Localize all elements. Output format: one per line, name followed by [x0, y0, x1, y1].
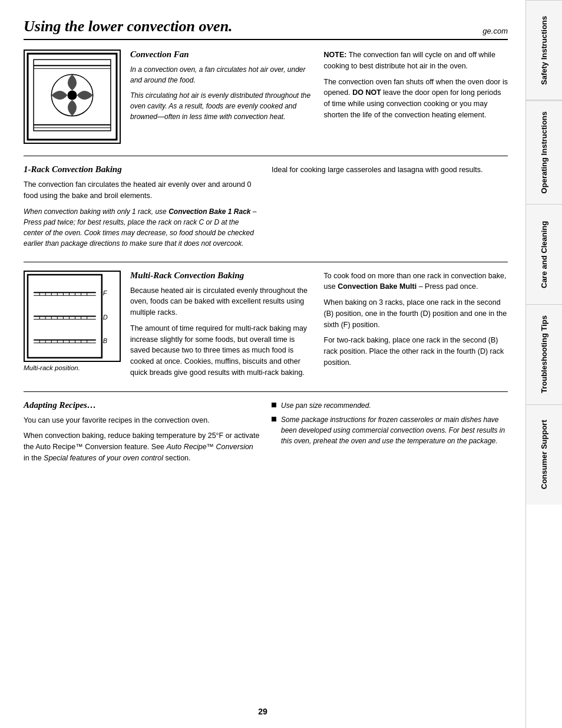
rack-baking-right: Ideal for cooking large casseroles and l…	[272, 164, 508, 253]
sidebar-label-operating: Operating Instructions	[540, 111, 548, 193]
main-content: Using the lower convection oven. ge.com	[0, 0, 525, 728]
convection-fan-right: NOTE: The convection fan will cycle on a…	[324, 50, 508, 147]
multi-rack-right: To cook food on more than one rack in co…	[324, 271, 508, 383]
adapting-italic2: Special features of your oven control	[44, 454, 163, 462]
svg-text:D: D	[103, 313, 108, 320]
adapting-left: Adapting Recipes… You can use your favor…	[24, 400, 260, 469]
multi-rack-right-para1: To cook food on more than one rack in co…	[324, 271, 508, 293]
multi-rack-oven-image: F D B	[24, 271, 121, 362]
right-sidebar: Safety Instructions Operating Instructio…	[525, 0, 562, 728]
rack-baking-section: 1-Rack Convection Baking The convection …	[24, 164, 508, 253]
multi-rack-left: Multi-Rack Convection Baking Because hea…	[130, 271, 315, 383]
rack-baking-right-para1: Ideal for cooking large casseroles and l…	[272, 164, 508, 176]
svg-text:F: F	[103, 289, 108, 297]
page-number: 29	[258, 707, 267, 716]
convection-fan-note: NOTE: The convection fan will cycle on a…	[324, 50, 508, 72]
sidebar-label-care: Care and Cleaning	[540, 221, 548, 288]
multi-rack-section: F D B Multi-rack position. Multi-Rack Co…	[24, 271, 508, 383]
convection-image-col	[24, 50, 121, 147]
convection-fan-door: The convection oven fan shuts off when t…	[324, 77, 508, 121]
sidebar-tab-safety[interactable]: Safety Instructions	[526, 0, 562, 100]
multi-rack-heading: Multi-Rack Convection Baking	[130, 271, 315, 281]
adapting-bullet1-text: Use pan size recommended.	[281, 400, 371, 411]
adapting-para2: When convection baking, reduce baking te…	[24, 430, 260, 463]
convection-fan-left: Convection Fan In a convection oven, a f…	[130, 50, 315, 147]
convection-fan-para1: In a convection oven, a fan circulates h…	[130, 64, 315, 85]
divider-2	[24, 262, 508, 262]
adapting-suffix: section.	[163, 454, 191, 462]
adapting-heading: Adapting Recipes…	[24, 400, 260, 410]
multi-rack-right-para3: For two-rack baking, place one rack in t…	[324, 335, 508, 368]
page-website: ge.com	[482, 27, 508, 35]
adapting-right: Use pan size recommended. Some package i…	[272, 400, 508, 469]
note-text: The convection fan will cycle on and off…	[324, 51, 495, 70]
adapting-italic1: Auto Recipe™ Conversion	[167, 443, 253, 451]
sidebar-tab-operating[interactable]: Operating Instructions	[526, 100, 562, 204]
convection-fan-para2: This circulating hot air is evenly distr…	[130, 90, 315, 122]
adapting-middle: in the	[24, 454, 44, 462]
multi-rack-suffix: – Press pad once.	[416, 282, 478, 291]
note-label: NOTE:	[324, 51, 347, 59]
adapting-section: Adapting Recipes… You can use your favor…	[24, 400, 508, 469]
multi-rack-caption: Multi-rack position.	[24, 364, 121, 371]
rack-baking-para2: When convection baking with only 1 rack,…	[24, 206, 260, 249]
sidebar-label-safety: Safety Instructions	[540, 15, 548, 84]
multi-rack-illustration: F D B	[25, 272, 120, 361]
rack-baking-left: 1-Rack Convection Baking The convection …	[24, 164, 260, 253]
oven-illustration	[25, 51, 120, 143]
page-title: Using the lower convection oven.	[24, 18, 233, 35]
do-not-text: DO NOT	[352, 88, 381, 97]
sidebar-tab-care[interactable]: Care and Cleaning	[526, 204, 562, 304]
svg-text:B: B	[103, 337, 107, 344]
convection-fan-heading: Convection Fan	[130, 50, 315, 60]
multi-rack-right-para2: When baking on 3 racks, place one rack i…	[324, 297, 508, 330]
rack-baking-prefix: When convection baking with only 1 rack,…	[24, 207, 168, 216]
adapting-bullet2-text: Some package instructions for frozen cas…	[281, 414, 508, 446]
bullet-square-2	[272, 417, 276, 421]
sidebar-label-troubleshooting: Troubleshooting Tips	[540, 316, 548, 394]
convection-oven-image	[24, 50, 121, 144]
sidebar-tab-troubleshooting[interactable]: Troubleshooting Tips	[526, 304, 562, 404]
sidebar-tab-consumer[interactable]: Consumer Support	[526, 404, 562, 505]
page-header: Using the lower convection oven. ge.com	[24, 18, 508, 40]
multi-rack-bold: Convection Bake Multi	[338, 282, 416, 291]
adapting-bullet1: Use pan size recommended.	[272, 400, 508, 411]
divider-1	[24, 156, 508, 156]
rack-baking-bold: Convection Bake 1 Rack	[168, 207, 250, 216]
rack-baking-para1: The convection fan circulates the heated…	[24, 179, 260, 202]
adapting-bullet2: Some package instructions for frozen cas…	[272, 414, 508, 446]
convection-fan-section: Convection Fan In a convection oven, a f…	[24, 50, 508, 147]
adapting-para1: You can use your favorite recipes in the…	[24, 415, 260, 426]
divider-3	[24, 391, 508, 392]
multi-rack-image-col: F D B Multi-rack position.	[24, 271, 121, 383]
multi-rack-para1: Because heated air is circulated evenly …	[130, 285, 315, 318]
multi-rack-para2: The amount of time required for multi-ra…	[130, 323, 315, 378]
rack-baking-heading: 1-Rack Convection Baking	[24, 164, 260, 174]
sidebar-label-consumer: Consumer Support	[540, 420, 548, 490]
svg-point-3	[67, 90, 77, 100]
bullet-square-1	[272, 403, 276, 407]
